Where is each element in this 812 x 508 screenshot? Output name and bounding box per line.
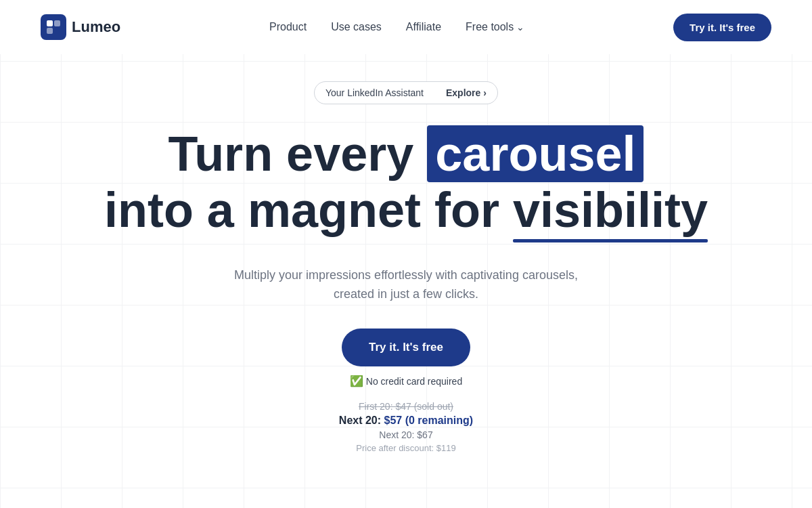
- pricing-after: Price after discount: $119: [356, 443, 455, 453]
- logo[interactable]: Lumeo: [41, 14, 120, 40]
- hero-section: Your LinkedIn Assistant Explore › Turn e…: [0, 54, 812, 453]
- pricing-next-value: $57 (0 remaining): [384, 415, 474, 426]
- hero-heading-line1: Turn every carousel: [104, 126, 708, 182]
- logo-text: Lumeo: [72, 18, 120, 36]
- svg-rect-1: [54, 20, 60, 26]
- pricing-info: First 20: $47 (sold out) Next 20: $57 (0…: [339, 401, 473, 453]
- nav-product[interactable]: Product: [269, 21, 307, 33]
- nav-cta-button[interactable]: Try it. It's free: [673, 14, 771, 41]
- pricing-next-20: Next 20: $67: [379, 429, 432, 440]
- highlight-carousel: carousel: [427, 125, 644, 182]
- pill-badge[interactable]: Your LinkedIn Assistant Explore ›: [314, 81, 498, 104]
- hero-cta-button[interactable]: Try it. It's free: [342, 329, 470, 366]
- svg-rect-0: [47, 20, 53, 26]
- logo-icon: [41, 14, 66, 40]
- nav-free-tools[interactable]: Free tools ⌄: [466, 21, 524, 33]
- underline-visibility: visibility: [513, 182, 708, 238]
- chevron-down-icon: ⌄: [516, 22, 524, 33]
- hero-heading-line2: into a magnet for visibility: [104, 182, 708, 238]
- nav-affiliate[interactable]: Affiliate: [406, 21, 441, 33]
- pill-explore-link[interactable]: Explore ›: [435, 82, 497, 104]
- hero-heading: Turn every carousel into a magnet for vi…: [104, 126, 708, 238]
- navbar: Lumeo Product Use cases Affiliate Free t…: [0, 0, 812, 54]
- nav-links: Product Use cases Affiliate Free tools ⌄: [269, 21, 524, 33]
- svg-rect-2: [47, 28, 53, 34]
- chevron-right-icon: ›: [483, 87, 487, 98]
- no-credit-card: ✅ No credit card required: [350, 375, 462, 387]
- hero-subtext: Multiply your impressions effortlessly w…: [217, 266, 595, 305]
- pricing-next-label: Next 20: $57 (0 remaining): [339, 415, 473, 427]
- checkmark-icon: ✅: [350, 375, 363, 387]
- pill-badge-text: Your LinkedIn Assistant: [315, 82, 434, 104]
- pricing-first-label: First 20: $47 (sold out): [359, 401, 453, 412]
- nav-use-cases[interactable]: Use cases: [331, 21, 382, 33]
